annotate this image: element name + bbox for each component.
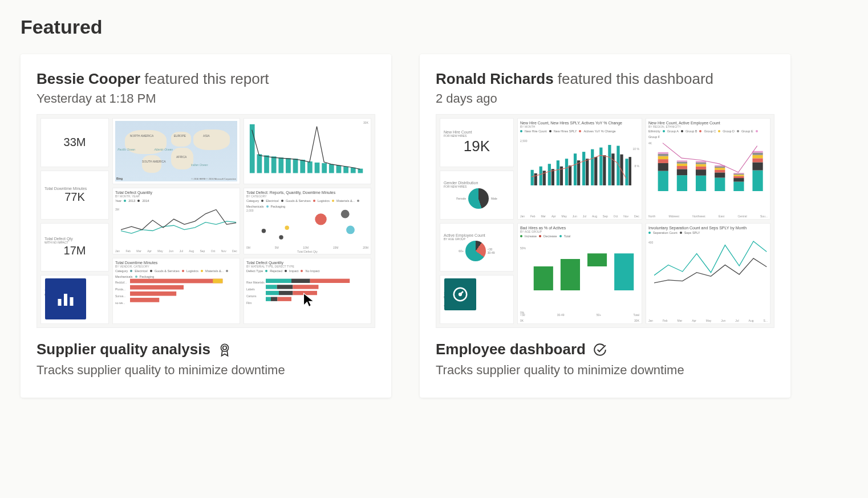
svg-rect-31	[277, 285, 293, 289]
line-chart-icon	[121, 205, 237, 242]
svg-rect-71	[658, 156, 668, 159]
featured-card-report[interactable]: Bessie Cooper featured this report Yeste…	[21, 54, 391, 398]
featured-timestamp: Yesterday at 1:18 PM	[36, 91, 375, 106]
svg-rect-36	[266, 297, 271, 301]
line-chart-tile: Involuntary Separation Count and Seps SP…	[646, 223, 770, 325]
svg-point-20	[341, 210, 350, 218]
bar-chart-tile: 30K	[244, 118, 371, 184]
grouped-bar-tile: New Hire Count, New Hires SPLY, Actives …	[517, 118, 642, 220]
svg-rect-83	[696, 164, 706, 167]
chart-legend: Increase Decrease Total	[520, 234, 639, 238]
svg-rect-34	[279, 291, 293, 295]
kpi-label: Gender Distribution	[444, 181, 510, 185]
svg-rect-93	[733, 178, 744, 181]
svg-rect-49	[551, 169, 554, 185]
featured-user: Bessie Cooper	[36, 70, 140, 87]
svg-rect-33	[266, 291, 279, 295]
svg-rect-66	[625, 159, 628, 185]
map-provider: Bing	[116, 177, 123, 180]
dashboard-thumbnail[interactable]: New Hire Count FOR NEW HIRES 19K Gender …	[436, 114, 774, 328]
svg-rect-70	[658, 159, 668, 163]
svg-rect-85	[696, 161, 706, 162]
svg-rect-58	[591, 149, 594, 185]
grouped-bar-chart-icon	[528, 138, 631, 185]
svg-rect-94	[733, 176, 744, 178]
bar-chart-icon	[246, 121, 368, 176]
map-tile: NORTH AMERICA EUROPE ASIA SOUTH AMERICA …	[112, 118, 240, 184]
svg-rect-89	[715, 168, 725, 170]
svg-rect-54	[574, 153, 577, 185]
svg-rect-55	[577, 160, 580, 185]
card-title-row: Employee dashboard	[436, 341, 774, 358]
legend-item: New Hires SPLY	[554, 129, 577, 133]
svg-rect-106	[587, 253, 607, 266]
legend-item: Logistics	[318, 199, 330, 203]
svg-rect-78	[677, 161, 687, 163]
svg-rect-23	[213, 278, 222, 283]
svg-rect-98	[752, 171, 762, 192]
svg-rect-101	[752, 155, 762, 159]
pie-label: 30-49	[488, 251, 495, 254]
featured-card-dashboard[interactable]: Ronald Richards featured this dashboard …	[420, 54, 790, 398]
svg-rect-69	[658, 163, 668, 171]
line-chart-tile: Total Defect Quantity BY MONTH, YEAR Yea…	[112, 188, 240, 254]
svg-rect-6	[293, 159, 298, 173]
dashboard-type-icon	[444, 278, 476, 310]
tile-subtitle: BY REGION, ETHNICITY	[648, 125, 768, 128]
tile-subtitle: BY AGE GROUP	[520, 230, 639, 233]
svg-rect-87	[715, 172, 725, 177]
kpi-label: Total Downtime Minutes	[44, 187, 105, 191]
svg-rect-5	[286, 158, 291, 173]
card-title: Employee dashboard	[436, 341, 586, 358]
featured-user: Ronald Richards	[436, 70, 554, 87]
svg-rect-7	[300, 160, 305, 173]
svg-rect-39	[58, 299, 62, 306]
svg-rect-77	[677, 164, 687, 166]
kpi-tile: Total Defect Qty WITH NO IMPACT 17M	[40, 223, 109, 272]
card-title-row: Supplier quality analysis	[36, 341, 375, 358]
row-labels: Raw MaterialsLabels CartonsFilm	[246, 279, 265, 306]
pie-label: Female	[456, 197, 466, 200]
svg-rect-74	[677, 175, 687, 191]
card-description: Tracks supplier quality to minimize down…	[36, 362, 375, 379]
svg-rect-103	[752, 151, 762, 153]
map-label: AFRICA	[176, 155, 186, 159]
svg-rect-44	[531, 170, 534, 185]
svg-rect-76	[677, 166, 687, 169]
legend-item: Logistics	[186, 269, 198, 273]
legend-item: Goods & Services	[155, 269, 180, 273]
svg-rect-67	[628, 157, 631, 185]
card-title: Supplier quality analysis	[36, 341, 210, 358]
kpi-label: Active Employee Count	[444, 233, 510, 237]
svg-rect-79	[677, 160, 687, 161]
svg-rect-56	[582, 152, 585, 185]
legend-item: Actives YoY % Change	[583, 129, 615, 133]
svg-rect-86	[715, 177, 725, 191]
legend-item: No Impact	[305, 269, 319, 273]
bar-chart-icon	[55, 289, 76, 309]
stacked-bar-chart-icon	[654, 139, 768, 191]
pie-tile-gender: Gender Distribution FOR NEW HIRES Female…	[440, 171, 514, 220]
tile-title: Bad Hires as % of Actives	[520, 226, 639, 230]
svg-rect-10	[322, 163, 327, 173]
svg-rect-52	[565, 159, 568, 185]
report-thumbnail[interactable]: 33M Total Downtime Minutes 77K Total Def…	[36, 114, 375, 328]
svg-rect-99	[752, 162, 762, 170]
cursor-icon	[302, 292, 318, 308]
kpi-label: New Hire Count	[444, 130, 510, 134]
svg-rect-41	[70, 297, 74, 306]
kpi-value: 17M	[44, 244, 105, 257]
pie-tile-age: Active Employee Count BY AGE GROUP 60+ <…	[440, 223, 514, 272]
svg-point-16	[262, 229, 266, 233]
svg-rect-11	[329, 164, 334, 173]
legend-item: Goods & Services	[286, 199, 311, 203]
svg-point-43	[223, 346, 227, 350]
legend-item: 2013	[128, 199, 135, 203]
x-axis: <3030-49 50+Total	[520, 313, 639, 317]
world-map: NORTH AMERICA EUROPE ASIA SOUTH AMERICA …	[115, 121, 237, 181]
axis-label: 2,500	[520, 139, 528, 143]
axis-label: 4K	[648, 141, 652, 145]
svg-rect-95	[733, 175, 744, 176]
card-description: Tracks supplier quality to minimize down…	[436, 362, 774, 379]
svg-rect-57	[586, 159, 589, 185]
